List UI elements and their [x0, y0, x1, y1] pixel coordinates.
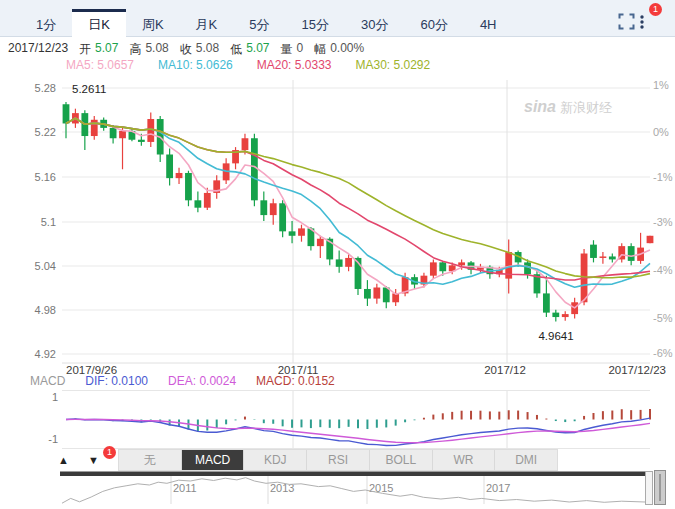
- stock-chart-app: 1分日K周K月K5分15分30分60分4H 1 2017/12/23 开5.07…: [0, 0, 675, 509]
- indicator-tab-WR[interactable]: WR: [433, 450, 496, 470]
- indicator-tab-MACD[interactable]: MACD: [182, 450, 245, 470]
- price-axis-label: 4.92: [35, 348, 56, 360]
- nav-scroll-thumb[interactable]: [655, 471, 666, 505]
- macd-value-DEA: DEA: 0.0024: [168, 374, 236, 388]
- chart-canvas[interactable]: 5.285.225.165.15.044.984.921%0%-1%-3%-4%…: [0, 0, 675, 509]
- indicator-up-arrow[interactable]: ▲: [58, 450, 69, 470]
- notification-badge: 1: [649, 3, 662, 16]
- percent-axis-label: -1%: [653, 171, 673, 183]
- price-axis-label: 5.04: [35, 260, 56, 272]
- percent-axis-label: -4%: [653, 264, 673, 276]
- macd-value-MACD: MACD: 0.0152: [256, 374, 335, 388]
- macd-axis-top-label: 1: [52, 391, 58, 403]
- indicator-tab-无[interactable]: 无: [119, 450, 182, 470]
- nav-right-handle[interactable]: [646, 472, 653, 505]
- price-axis-label: 5.28: [35, 82, 56, 94]
- macd-axis-bottom-label: -1: [48, 433, 58, 445]
- percent-axis-label: -6%: [653, 347, 673, 359]
- nav-track[interactable]: [62, 476, 645, 505]
- price-axis-label: 5.16: [35, 171, 56, 183]
- percent-axis-label: -3%: [653, 216, 673, 228]
- indicator-tab-RSI[interactable]: RSI: [307, 450, 370, 470]
- main-chart: 5.285.225.165.15.044.984.921%0%-1%-3%-4%…: [35, 79, 673, 376]
- macd-info-row: MACDDIF: 0.0100DEA: 0.0024MACD: 0.0152: [30, 374, 335, 388]
- indicator-tab-BOLL[interactable]: BOLL: [370, 450, 433, 470]
- price-axis-label: 4.98: [35, 304, 56, 316]
- indicator-tabs: 无MACDKDJRSIBOLLWRDMI: [118, 449, 558, 471]
- price-axis-label: 5.1: [41, 216, 56, 228]
- macd-value-DIF: DIF: 0.0100: [85, 374, 148, 388]
- indicator-tab-DMI[interactable]: DMI: [495, 450, 557, 470]
- macd-plot-area[interactable]: [62, 391, 650, 448]
- macd-title: MACD: [30, 374, 65, 388]
- date-axis-label: 2017/12/23: [608, 364, 666, 376]
- percent-axis-label: 1%: [653, 79, 669, 91]
- percent-axis-label: 0%: [653, 126, 669, 138]
- percent-axis-label: -5%: [653, 312, 673, 324]
- indicator-badge: 1: [103, 446, 116, 459]
- indicator-tab-KDJ[interactable]: KDJ: [244, 450, 307, 470]
- nav-selected-range-bar[interactable]: [60, 472, 645, 477]
- indicator-down-arrow[interactable]: ▼: [88, 450, 99, 470]
- timeline-navigator: 2011201320152017: [60, 471, 666, 506]
- price-axis-label: 5.22: [35, 126, 56, 138]
- main-plot-area[interactable]: [62, 80, 650, 363]
- macd-panel: 1-1: [48, 391, 650, 449]
- date-axis-label: 2017/12: [484, 364, 526, 376]
